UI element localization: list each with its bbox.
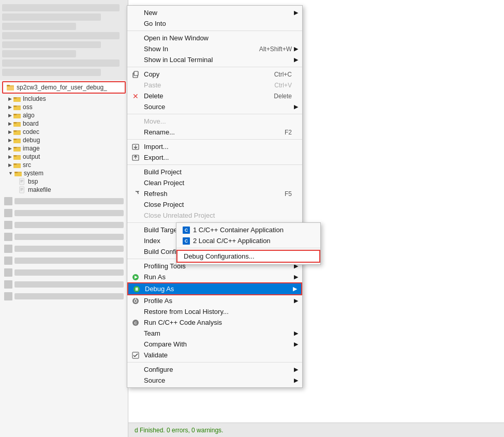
submenu-item-container-app[interactable]: C 1 C/C++ Container Application (176, 224, 320, 235)
menu-item-validate[interactable]: Validate (127, 350, 302, 360)
menu-item-source[interactable]: Source ▶ (127, 101, 302, 112)
copy-icon (131, 70, 140, 79)
blur-line (2, 4, 120, 11)
debug-as-submenu: C 1 C/C++ Container Application C 2 Loca… (176, 222, 321, 265)
analysis-icon: C (131, 319, 140, 327)
submenu-arrow-icon: ▶ (294, 341, 298, 348)
sidebar-item-oss[interactable]: ▶ oss (0, 103, 128, 111)
profile-icon (131, 297, 140, 305)
sidebar-item-label: bsp (28, 178, 38, 185)
sidebar-item-board[interactable]: ▶ board (0, 119, 128, 128)
sidebar-bottom-blurred (0, 194, 128, 304)
sidebar-top-blurred (0, 0, 128, 80)
blur-line (2, 59, 120, 67)
sidebar-item-system[interactable]: ▼ system (0, 169, 128, 177)
sidebar-item-debug[interactable]: ▶ debug (0, 136, 128, 144)
menu-item-run-as[interactable]: Run As ▶ (127, 272, 302, 282)
sidebar-item-includes[interactable]: ▶ Includes (0, 95, 128, 103)
submenu-item-local-app[interactable]: C 2 Local C/C++ Application (176, 235, 320, 246)
blur-line (2, 69, 101, 76)
menu-item-go-into[interactable]: Go Into (127, 18, 302, 29)
project-icon (6, 83, 14, 92)
menu-item-team[interactable]: Team ▶ (127, 328, 302, 339)
svg-rect-4 (13, 98, 21, 101)
menu-item-refresh[interactable]: Refresh F5 (127, 188, 302, 199)
menu-item-clean-project[interactable]: Clean Project (127, 177, 302, 188)
svg-rect-14 (13, 122, 17, 124)
menu-label: New (144, 9, 157, 17)
menu-item-close-unrelated[interactable]: Close Unrelated Project (127, 210, 302, 221)
svg-rect-25 (13, 156, 21, 159)
submenu-item-label: 2 Local C/C++ Application (193, 237, 271, 245)
menu-item-delete[interactable]: ✕ Delete Delete (127, 91, 302, 101)
validate-icon (131, 351, 140, 359)
sidebar-item-codec[interactable]: ▶ codec (0, 128, 128, 136)
folder-icon (13, 129, 21, 135)
sidebar-item-label: system (24, 170, 43, 177)
project-item[interactable]: sp2cw3_demo_for_user_debug_ (2, 81, 126, 94)
menu-label: Delete (144, 92, 164, 100)
submenu-arrow-icon: ▶ (294, 46, 298, 52)
submenu-item-debug-configurations[interactable]: Debug Configurations... (176, 250, 320, 263)
submenu-arrow-icon: ▶ (293, 285, 297, 292)
menu-label: Export... (144, 154, 169, 161)
menu-item-import[interactable]: Import... (127, 141, 302, 152)
menu-item-move[interactable]: Move... (127, 116, 302, 127)
blur-line (2, 32, 120, 39)
sidebar-item-makefile[interactable]: makefile (0, 186, 128, 194)
menu-separator (127, 114, 302, 114)
menu-item-paste[interactable]: Paste Ctrl+V (127, 80, 302, 91)
menu-item-show-local-terminal[interactable]: Show in Local Terminal ▶ (127, 54, 302, 65)
c-local-icon: C (183, 237, 190, 245)
submenu-item-label: 1 C/C++ Container Application (193, 226, 284, 234)
menu-item-export[interactable]: Export... (127, 152, 302, 163)
menu-label: Team (144, 329, 160, 337)
menu-item-configure[interactable]: Configure ▶ (127, 364, 302, 375)
menu-item-debug-as[interactable]: Debug As ▶ (127, 282, 302, 295)
menu-item-build-project[interactable]: Build Project (127, 167, 302, 177)
blur-line (2, 13, 101, 21)
sidebar-item-output[interactable]: ▶ output (0, 153, 128, 161)
arrow-icon: ▼ (8, 171, 13, 176)
submenu-arrow-icon: ▶ (294, 9, 298, 16)
menu-item-run-code-analysis[interactable]: C Run C/C++ Code Analysis (127, 317, 302, 328)
menu-item-new[interactable]: New ▶ (127, 7, 302, 18)
refresh-icon (131, 190, 140, 198)
menu-item-copy[interactable]: Copy Ctrl+C (127, 69, 302, 80)
menu-item-restore-history[interactable]: Restore from Local History... (127, 306, 302, 317)
sidebar-item-image[interactable]: ▶ image (0, 144, 128, 153)
svg-text:C: C (134, 321, 137, 325)
menu-shortcut: Alt+Shift+W (249, 46, 292, 53)
menu-label: Run As (144, 273, 166, 281)
sidebar-item-bsp[interactable]: bsp (0, 177, 128, 186)
menu-label: Compare With (144, 340, 187, 348)
arrow-icon: ▶ (8, 104, 12, 110)
arrow-icon: ▶ (8, 138, 12, 143)
svg-rect-23 (13, 147, 17, 148)
svg-rect-51 (137, 288, 138, 291)
menu-separator (127, 139, 302, 140)
menu-item-rename[interactable]: Rename... F2 (127, 127, 302, 138)
menu-label: Show in Local Terminal (144, 56, 213, 64)
sidebar-item-src[interactable]: ▶ src (0, 161, 128, 169)
file-icon (19, 186, 26, 193)
svg-rect-11 (13, 114, 17, 115)
menu-shortcut: F5 (274, 190, 292, 198)
folder-icon (13, 96, 21, 102)
menu-item-open-new-window[interactable]: Open in New Window (127, 33, 302, 43)
menu-label: Refresh (144, 190, 168, 198)
run-icon (131, 273, 140, 281)
sidebar-item-algo[interactable]: ▶ algo (0, 111, 128, 119)
blur-line (2, 23, 76, 30)
menu-item-show-in[interactable]: Show In Alt+Shift+W ▶ (127, 43, 302, 54)
folder-icon (13, 138, 21, 143)
svg-rect-2 (7, 85, 10, 86)
arrow-icon: ▶ (8, 154, 12, 159)
menu-separator (127, 164, 302, 165)
menu-item-compare-with[interactable]: Compare With ▶ (127, 339, 302, 350)
menu-item-profile-as[interactable]: Profile As ▶ (127, 295, 302, 306)
menu-item-close-project[interactable]: Close Project (127, 199, 302, 210)
sidebar: sp2cw3_demo_for_user_debug_ ▶ Includes ▶… (0, 0, 128, 437)
menu-item-source2[interactable]: Source ▶ (127, 375, 302, 386)
arrow-icon: ▶ (8, 121, 12, 126)
